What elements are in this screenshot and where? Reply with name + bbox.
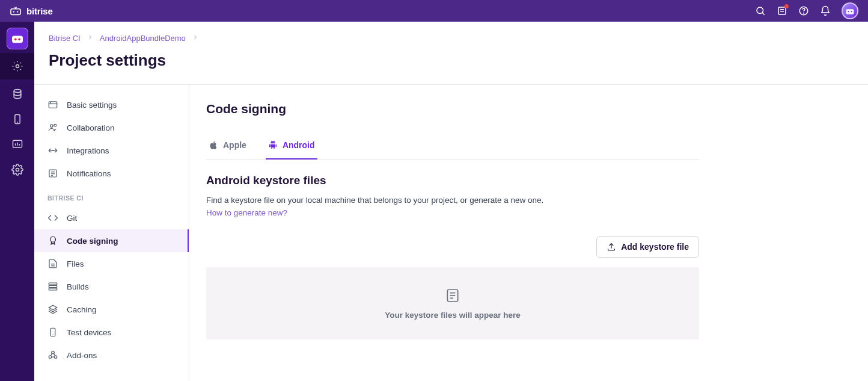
svg-point-9 [804,13,804,13]
svg-point-11 [848,11,849,12]
sidebar-item-basic-settings[interactable]: Basic settings [34,93,189,116]
tab-apple[interactable]: Apple [206,133,249,160]
sidebar-item-notifications[interactable]: Notifications [34,162,189,185]
brand-name: bitrise [26,6,53,16]
svg-point-16 [16,65,19,68]
sidebar-item-git[interactable]: Git [34,206,189,229]
panel-title: Code signing [206,102,699,116]
sidebar-item-builds[interactable]: Builds [34,275,189,298]
sidebar-item-files[interactable]: Files [34,252,189,275]
search-icon[interactable] [755,5,766,16]
svg-rect-40 [49,286,57,288]
sidebar-item-label: Files [67,259,84,268]
add-keystore-button[interactable]: Add keystore file [596,236,699,258]
svg-rect-13 [12,36,23,43]
brand[interactable]: bitrise [10,6,53,16]
rail-app-icon[interactable] [7,28,28,49]
brand-logo-icon [10,6,22,16]
sidebar-item-collaboration[interactable]: Collaboration [34,116,189,139]
rail-item-settings[interactable] [7,159,28,181]
rail-item-overview[interactable] [0,53,34,79]
svg-rect-10 [846,9,854,14]
sidebar-item-integrations[interactable]: Integrations [34,139,189,162]
notification-dot [784,4,789,8]
rail-item-builds[interactable] [7,83,28,105]
empty-state: Your keystore files will appear here [206,267,699,339]
empty-text: Your keystore files will appear here [385,311,521,320]
avatar[interactable] [842,2,858,19]
chevron-right-icon [87,34,94,43]
sidebar-item-add-ons[interactable]: Add-ons [34,344,189,367]
button-label: Add keystore file [621,242,689,252]
svg-rect-39 [49,283,57,285]
svg-rect-41 [49,288,57,290]
svg-point-15 [18,39,20,41]
sidebar-item-label: Test devices [67,328,111,337]
help-icon[interactable] [798,5,809,16]
sidebar-item-label: Code signing [67,237,118,246]
tab-label: Apple [223,140,246,150]
sidebar-item-label: Builds [67,282,89,291]
svg-point-28 [50,125,53,128]
svg-point-45 [49,356,52,359]
svg-point-3 [757,7,763,14]
rail-item-mobile[interactable] [7,108,28,130]
sidebar-item-test-devices[interactable]: Test devices [34,321,189,344]
svg-point-29 [54,124,57,126]
sidebar-item-label: Add-ons [67,351,97,360]
sidebar-item-label: Caching [67,305,97,314]
svg-point-24 [16,169,19,172]
svg-point-12 [851,11,852,12]
svg-point-2 [17,11,18,12]
svg-point-36 [50,237,56,242]
svg-point-14 [14,39,17,41]
section-description: Find a keystore file on your local machi… [206,196,699,205]
svg-rect-0 [11,9,20,15]
notifications-icon[interactable] [820,5,831,16]
sidebar-item-label: Notifications [67,169,111,178]
document-icon [445,288,460,303]
rail-item-insights[interactable] [7,134,28,155]
sidebar-item-code-signing[interactable]: Code signing [34,229,189,252]
chevron-right-icon [192,34,199,43]
sidebar-item-label: Basic settings [67,101,117,110]
upload-icon [607,242,616,252]
svg-point-46 [54,356,57,359]
breadcrumb-workspace[interactable]: Bitrise CI [49,34,81,43]
how-to-generate-link[interactable]: How to generate new? [206,208,287,217]
tab-label: Android [283,140,315,150]
sidebar-item-label: Git [67,214,77,223]
tab-android[interactable]: Android [266,133,317,160]
sidebar-item-label: Integrations [67,146,109,155]
svg-point-17 [14,90,21,93]
svg-rect-25 [49,102,57,108]
sidebar-item-caching[interactable]: Caching [34,298,189,321]
svg-point-27 [50,102,51,103]
breadcrumb: Bitrise CI AndroidAppBundleDemo [49,34,854,43]
android-icon [268,140,278,150]
sidebar-section-label: BITRISE CI [34,185,189,206]
apple-icon [209,140,218,150]
breadcrumb-project[interactable]: AndroidAppBundleDemo [100,34,186,43]
svg-point-1 [13,11,14,12]
section-title: Android keystore files [206,174,699,187]
page-title: Project settings [49,51,854,70]
news-icon[interactable] [777,5,787,16]
svg-line-4 [762,13,764,14]
sidebar-item-label: Collaboration [67,123,115,132]
